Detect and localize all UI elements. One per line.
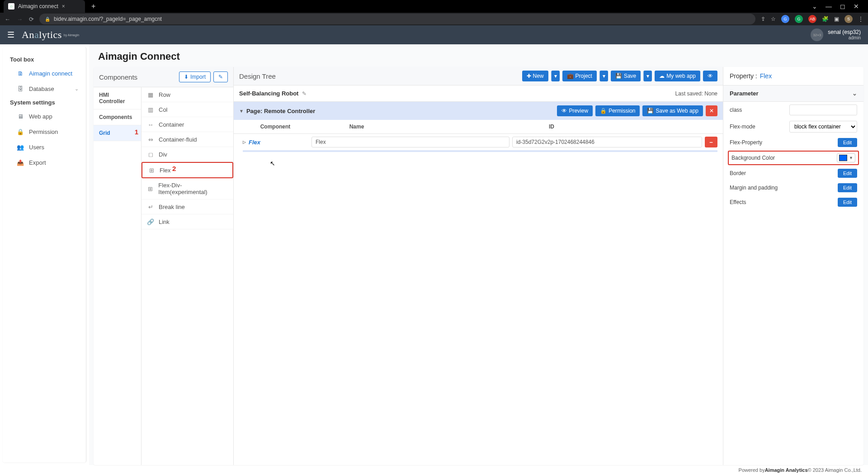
save-icon: 💾 xyxy=(647,108,654,114)
tree-row-id-input[interactable] xyxy=(512,137,702,147)
comp-item-flex-div[interactable]: ⊞Flex-Div-Item(experimental) xyxy=(142,178,233,200)
edit-flex-property-button[interactable]: Edit xyxy=(838,138,857,147)
flex-mode-select[interactable]: block flex container xyxy=(789,121,857,133)
ext-abp-icon[interactable]: AB xyxy=(808,15,816,23)
th-id: ID xyxy=(402,124,701,130)
briefcase-icon: 💼 xyxy=(567,73,574,79)
tree-row-delete-button[interactable]: − xyxy=(705,137,717,147)
sidepanel-icon[interactable]: ▣ xyxy=(834,16,839,22)
comp-item-link[interactable]: 🔗Link xyxy=(142,214,233,229)
comp-item-col[interactable]: ▥Col xyxy=(142,102,233,117)
caret-right-icon[interactable]: ▷ xyxy=(243,140,246,144)
my-web-app-button[interactable]: ☁My web app xyxy=(655,71,700,81)
new-dropdown[interactable]: ▾ xyxy=(551,71,560,81)
sidebar-item-webapp[interactable]: 🖥 Web app xyxy=(3,109,86,124)
browser-chrome: ☆ Aimagin connect × + ⌄ — ◻ ✕ ← → ⟳ 🔒 bi… xyxy=(0,0,868,25)
sidebar-item-export[interactable]: 📤 Export xyxy=(3,155,86,170)
prop-row-effects: Effects Edit xyxy=(723,195,863,209)
comp-item-container-fluid[interactable]: ⇔Container-fluid xyxy=(142,132,233,147)
caret-down-icon[interactable]: ▼ xyxy=(239,109,244,114)
ext-translate-icon[interactable]: G xyxy=(781,15,789,23)
sidebar-label: Users xyxy=(29,144,44,151)
ext-grammarly-icon[interactable]: G xyxy=(795,15,803,23)
edit-effects-button[interactable]: Edit xyxy=(838,198,857,207)
chevron-down-icon[interactable]: ⌄ xyxy=(812,3,817,10)
tab-close-icon[interactable]: × xyxy=(62,3,65,10)
browser-tab[interactable]: ☆ Aimagin connect × xyxy=(4,0,85,13)
project-dropdown[interactable]: ▾ xyxy=(599,71,608,81)
pencil-icon[interactable]: ✎ xyxy=(302,90,307,97)
minimize-icon[interactable]: — xyxy=(826,3,832,10)
close-window-icon[interactable]: ✕ xyxy=(854,3,859,10)
sidebar-section-system: System settings xyxy=(3,96,86,109)
app-header: ☰ Analytics by Aimagin 32×3 senal (esp32… xyxy=(0,25,868,44)
footer: Powered by Aimagin Analytics © 2023 Aima… xyxy=(0,465,868,475)
comp-item-flex[interactable]: ⊞Flex xyxy=(142,162,233,178)
cat-hmi[interactable]: HMI Controller xyxy=(94,87,141,109)
save-dropdown[interactable]: ▾ xyxy=(643,71,652,81)
url-input[interactable]: 🔒 bidev.aimagin.com/?_pageId=_page_amgcn… xyxy=(39,14,755,24)
prop-row-class: class xyxy=(723,102,863,118)
star-icon[interactable]: ☆ xyxy=(771,16,776,22)
th-name: Name xyxy=(311,124,402,130)
class-input[interactable] xyxy=(789,104,857,115)
cat-grid[interactable]: Grid 1 xyxy=(94,125,141,141)
tree-row-name-input[interactable] xyxy=(311,137,509,147)
sidebar-item-permission[interactable]: 🔒 Permission xyxy=(3,124,86,139)
edit-margin-padding-button[interactable]: Edit xyxy=(838,183,857,192)
save-button[interactable]: 💾Save xyxy=(611,71,641,81)
share-icon[interactable]: ⇪ xyxy=(761,16,765,22)
sidebar-item-users[interactable]: 👥 Users xyxy=(3,139,86,155)
sidebar-item-database[interactable]: 🗄 Database ⌄ xyxy=(3,81,86,96)
hamburger-icon[interactable]: ☰ xyxy=(7,30,14,40)
edit-components-button[interactable]: ✎ xyxy=(213,71,228,82)
comp-item-break-line[interactable]: ↵Break line xyxy=(142,200,233,214)
new-tab-button[interactable]: + xyxy=(91,2,95,10)
prop-row-border: Border Edit xyxy=(723,166,863,180)
sidebar-label: Permission xyxy=(29,128,58,135)
components-panel: Components ⬇Import ✎ HMI Controller Comp… xyxy=(94,67,234,465)
reload-icon[interactable]: ⟳ xyxy=(29,16,34,23)
caret-down-icon: ▼ xyxy=(849,156,853,160)
page-label: Page: Remote Controller xyxy=(246,108,315,114)
view-button[interactable]: 👁 xyxy=(703,71,717,81)
last-saved: Last saved: None xyxy=(675,90,717,97)
bg-color-picker[interactable]: ▼ xyxy=(837,153,855,162)
design-tree-title: Design Tree xyxy=(239,72,276,80)
back-icon[interactable]: ← xyxy=(5,16,10,23)
comp-item-container[interactable]: ↔Container xyxy=(142,117,233,132)
delete-page-button[interactable]: ✕ xyxy=(706,105,717,116)
user-role: admin xyxy=(849,35,861,40)
comp-item-div[interactable]: ◻Div xyxy=(142,147,233,162)
monitor-icon: 🖥 xyxy=(16,112,24,120)
avatar-icon: 32×3 xyxy=(811,28,823,41)
save-icon: 💾 xyxy=(615,73,622,79)
main-content: Aimagin Connect Components ⬇Import ✎ HMI… xyxy=(89,44,868,465)
maximize-icon[interactable]: ◻ xyxy=(840,3,845,10)
tree-row[interactable]: ▷ Flex − xyxy=(234,134,723,150)
new-button[interactable]: ✚New xyxy=(522,71,548,81)
project-button[interactable]: 💼Project xyxy=(562,71,597,81)
chevron-down-icon[interactable]: ⌄ xyxy=(852,90,857,97)
save-as-web-button[interactable]: 💾Save as Web app xyxy=(642,105,703,116)
preview-button[interactable]: 👁Preview xyxy=(557,105,593,116)
comp-item-row[interactable]: ▦Row xyxy=(142,87,233,102)
sidebar-item-aimagin-connect[interactable]: 🗎 Aimagin connect xyxy=(3,66,86,81)
favicon-icon: ☆ xyxy=(8,3,14,10)
prop-row-bg-color: Background Color ▼ xyxy=(728,151,859,165)
page-row: ▼ Page: Remote Controller 👁Preview 🔒Perm… xyxy=(234,102,723,120)
user-area[interactable]: 32×3 senal (esp32) admin xyxy=(811,28,861,41)
cat-components[interactable]: Components xyxy=(94,109,141,125)
extensions-icon[interactable]: 🧩 xyxy=(822,16,829,22)
flex-div-icon: ⊞ xyxy=(147,185,154,192)
profile-avatar-icon[interactable]: S xyxy=(844,15,853,23)
forward-icon[interactable]: → xyxy=(17,16,23,23)
permission-button[interactable]: 🔒Permission xyxy=(595,105,640,116)
import-button[interactable]: ⬇Import xyxy=(179,71,211,82)
sidebar-label: Database xyxy=(29,86,54,92)
edit-border-button[interactable]: Edit xyxy=(838,169,857,178)
component-categories: HMI Controller Components Grid 1 xyxy=(94,87,142,465)
menu-dots-icon[interactable]: ⋮ xyxy=(858,16,863,22)
parameter-section[interactable]: Parameter ⌄ xyxy=(723,86,863,102)
project-row: Self-Balancing Robot ✎ Last saved: None xyxy=(234,86,723,102)
